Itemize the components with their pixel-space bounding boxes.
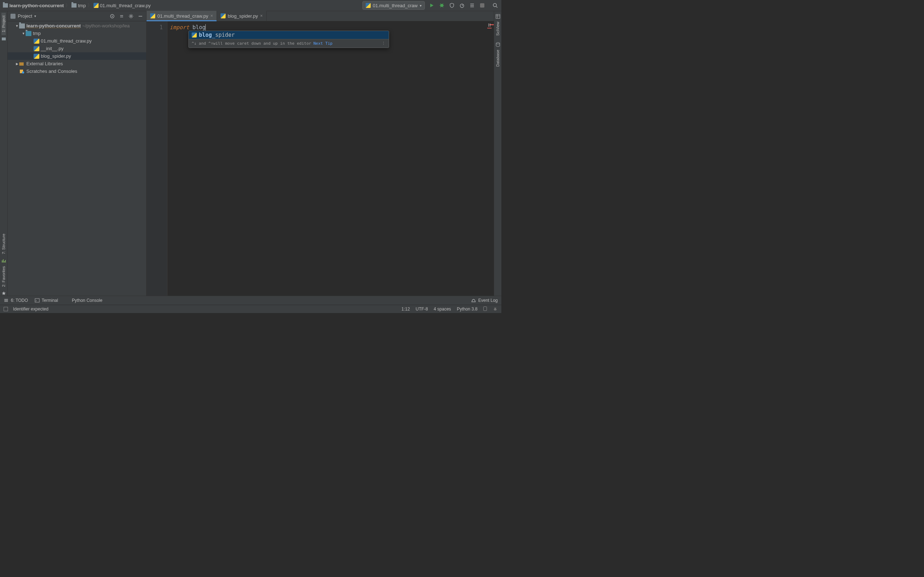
caret-position[interactable]: 1:12 — [401, 306, 410, 311]
tree-file-label: blog_spider.py — [41, 53, 71, 59]
breadcrumb-root[interactable]: learn-python-concurrent — [3, 3, 64, 8]
svg-point-5 — [112, 16, 113, 16]
expand-arrow-icon[interactable]: ▼ — [21, 32, 26, 35]
svg-point-6 — [130, 16, 132, 17]
svg-rect-3 — [2, 37, 6, 40]
indent-setting[interactable]: 4 spaces — [434, 306, 451, 311]
tree-file[interactable]: blog_spider.py — [8, 52, 146, 60]
tree-scratches[interactable]: Scratches and Consoles — [8, 68, 146, 75]
completion-rest: _spider — [212, 32, 234, 38]
tree-file-label: 01.multi_thread_craw.py — [41, 38, 92, 44]
completion-match: blog — [199, 32, 212, 38]
toolwindow-database-button[interactable]: Database — [496, 47, 500, 69]
terminal-label: Terminal — [42, 298, 58, 303]
python-file-icon — [34, 39, 39, 44]
python-file-icon — [34, 46, 39, 51]
breadcrumb: learn-python-concurrent 〉 tmp 〉 01.multi… — [3, 2, 362, 9]
error-stripe[interactable]: ⅠⅠ — [489, 21, 494, 296]
run-button[interactable] — [428, 2, 435, 9]
run-with-coverage-button[interactable] — [449, 2, 455, 9]
editor-tabs: 01.multi_thread_craw.py × blog_spider.py… — [147, 11, 494, 21]
left-toolwindow-stripe: 1: Project 7: Structure 2: Favorites — [0, 11, 8, 296]
stop-button[interactable] — [479, 2, 485, 9]
hide-button[interactable] — [137, 13, 143, 19]
breadcrumb-file[interactable]: 01.multi_thread_craw.py — [94, 3, 151, 8]
folder-icon — [3, 3, 8, 8]
database-icon — [496, 42, 500, 47]
event-log-button[interactable]: Event Log — [471, 298, 498, 303]
line-gutter: 1 — [147, 21, 168, 296]
more-icon[interactable]: ⋮ — [381, 41, 386, 46]
inspection-indicator-icon[interactable]: ⅠⅠ — [487, 23, 492, 29]
svg-point-12 — [494, 308, 497, 311]
toolwindow-python-console-button[interactable]: Python Console — [65, 298, 102, 303]
completion-item[interactable]: blog_spider — [189, 31, 389, 39]
library-icon — [19, 61, 25, 66]
chevron-down-icon[interactable]: ▾ — [34, 14, 36, 18]
folder-icon — [19, 23, 25, 29]
python-file-icon — [192, 32, 197, 37]
settings-button[interactable] — [128, 13, 134, 19]
toolwindow-terminal-button[interactable]: Terminal — [35, 298, 58, 303]
python-file-icon — [94, 3, 99, 8]
identifier: blog — [189, 24, 205, 31]
breadcrumb-file-label: 01.multi_thread_craw.py — [100, 3, 151, 8]
breadcrumb-dir-label: tmp — [78, 3, 86, 8]
expand-arrow-icon[interactable]: ▼ — [15, 24, 19, 28]
toolwindow-todo-button[interactable]: 6: TODO — [3, 298, 28, 303]
profile-button[interactable] — [459, 2, 465, 9]
status-message: Identifier expected — [13, 306, 48, 311]
editor-tab[interactable]: 01.multi_thread_craw.py × — [147, 11, 217, 21]
svg-point-13 — [494, 308, 494, 309]
project-tree[interactable]: ▼ learn-python-concurrent ~/python-works… — [8, 21, 146, 296]
svg-point-14 — [496, 308, 497, 309]
toolwindows-toggle-icon[interactable] — [3, 307, 8, 311]
tree-file[interactable]: 01.multi_thread_craw.py — [8, 37, 146, 45]
file-encoding[interactable]: UTF-8 — [416, 306, 428, 311]
ide-fatal-icon[interactable] — [493, 306, 498, 311]
python-interpreter[interactable]: Python 3.8 — [457, 306, 478, 311]
svg-rect-11 — [35, 298, 39, 302]
expand-all-button[interactable] — [119, 13, 124, 19]
attach-button[interactable] — [469, 2, 475, 9]
keyword: import — [170, 24, 189, 31]
tree-external-libraries[interactable]: ▶ External Libraries — [8, 60, 146, 68]
structure-icon — [2, 259, 6, 263]
debug-button[interactable] — [439, 2, 445, 9]
close-icon[interactable]: × — [260, 13, 263, 18]
tree-root[interactable]: ▼ learn-python-concurrent ~/python-works… — [8, 22, 146, 29]
breadcrumb-dir[interactable]: tmp — [71, 3, 86, 8]
run-config-label: 01.multi_thread_craw — [373, 3, 418, 8]
svg-point-10 — [496, 43, 499, 44]
close-icon[interactable]: × — [210, 13, 213, 18]
code-completion-popup[interactable]: blog_spider ^↓ and ^↑ will move caret do… — [188, 31, 389, 48]
editor-tab-label: 01.multi_thread_craw.py — [157, 13, 208, 19]
svg-point-2 — [493, 3, 497, 7]
tip-shortcut: ^↓ and ^↑ — [192, 41, 213, 46]
folder-icon — [2, 36, 6, 41]
scratch-icon — [19, 69, 25, 74]
tree-dir-tmp[interactable]: ▼ tmp — [8, 29, 146, 37]
select-opened-file-button[interactable] — [109, 13, 115, 19]
search-everywhere-button[interactable] — [492, 2, 498, 9]
terminal-icon — [35, 298, 40, 303]
toolwindow-favorites-button[interactable]: 2: Favorites — [2, 263, 6, 290]
tree-file[interactable]: __init__.py — [8, 45, 146, 52]
tree-extlib-label: External Libraries — [26, 61, 63, 66]
editor-tab[interactable]: blog_spider.py × — [217, 11, 267, 21]
toolwindow-structure-button[interactable]: 7: Structure — [2, 231, 6, 257]
chevron-right-icon: 〉 — [87, 2, 92, 9]
run-configuration-dropdown[interactable]: 01.multi_thread_craw ▾ — [362, 1, 425, 10]
event-log-label: Event Log — [478, 298, 498, 303]
code-content[interactable]: import blog blog_spider ^↓ and ^↑ will m… — [168, 21, 489, 296]
folder-icon — [71, 3, 76, 8]
toolwindow-sciview-button[interactable]: SciView — [496, 19, 500, 39]
next-tip-link[interactable]: Next Tip — [313, 41, 333, 46]
project-title: Project — [18, 13, 32, 19]
readonly-lock-icon[interactable] — [483, 306, 487, 311]
editor-tab-label: blog_spider.py — [228, 13, 258, 19]
code-editor[interactable]: 1 import blog blog_spider ^↓ and ^↑ will… — [147, 21, 494, 296]
tree-dir-label: tmp — [33, 31, 41, 36]
expand-arrow-icon[interactable]: ▶ — [15, 62, 19, 66]
toolwindow-project-button[interactable]: 1: Project — [2, 13, 6, 35]
